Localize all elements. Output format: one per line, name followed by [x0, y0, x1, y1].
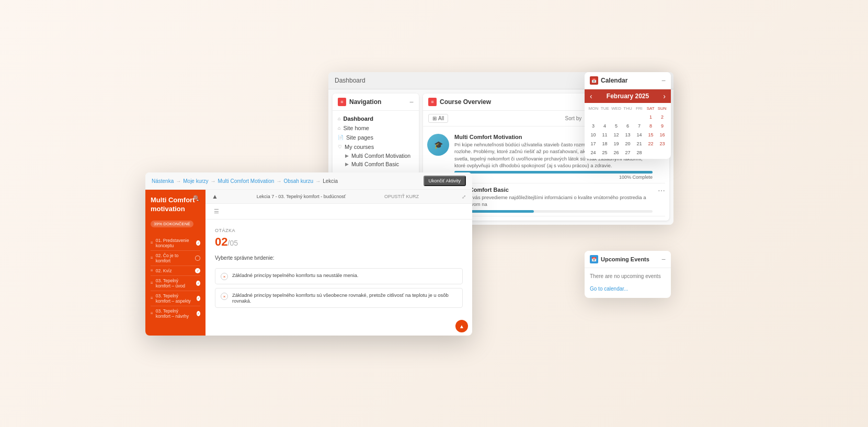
lesson-search-icon[interactable]: 🔍 [193, 195, 200, 202]
filter-all-button[interactable]: ⊞ All [428, 114, 448, 123]
cal-day-8[interactable]: 8 [645, 122, 656, 130]
nav-item-multi-comfort-motivation[interactable]: ▶ Multi Comfort Motivation [343, 152, 419, 160]
course-options-basic[interactable]: ⋯ [658, 187, 665, 213]
lesson-nav-check-1 [196, 240, 200, 246]
cal-day-5[interactable]: 5 [611, 122, 622, 130]
nav-item-site-home[interactable]: ⌂ Site home [333, 123, 419, 133]
breadcrumb-nastenka[interactable]: Nástenka [152, 178, 174, 184]
quiz-option-text-1: Základné princípy tepelného komfortu sa … [232, 272, 358, 278]
calendar-prev-button[interactable]: ‹ [590, 93, 592, 100]
cal-day-6[interactable]: 6 [622, 122, 633, 130]
lesson-nav-item-2[interactable]: ≡ 02. Čo je to komfort [151, 251, 200, 266]
breadcrumb-sep-4: → [315, 178, 321, 184]
cal-day-26[interactable]: 26 [611, 148, 622, 157]
upcoming-empty-message: There are no upcoming events [590, 273, 666, 279]
nav-item-dashboard[interactable]: ⌂ Dashboard [333, 114, 419, 123]
breadcrumb-sep-2: → [211, 178, 216, 184]
option-marker-2: × [221, 293, 228, 300]
cal-day-27[interactable]: 27 [622, 148, 633, 157]
course-overview-title: Course Overview [440, 98, 491, 106]
expand-icon[interactable]: ⤢ [462, 194, 466, 200]
cal-day-4[interactable]: 4 [599, 122, 610, 130]
scroll-up-button[interactable]: ▲ [455, 320, 468, 332]
nav-item-multi-comfort-basic[interactable]: ▶ Multi Comfort Basic [343, 160, 419, 168]
nav-item-site-pages[interactable]: 📄 Site pages [333, 133, 419, 142]
cal-day-9[interactable]: 9 [657, 122, 668, 130]
upcoming-events-title: Upcoming Events [601, 256, 649, 262]
cal-day-2[interactable]: 2 [657, 113, 668, 121]
course-info-basic: Multi Comfort Basic V kurze vás prevedie… [454, 187, 653, 213]
breadcrumb-sep-3: → [276, 178, 281, 184]
cal-day-15[interactable]: 15 [645, 131, 656, 139]
navigation-widget-header: ≡ Navigation − [333, 94, 419, 111]
lesson-nav-items: ≡ 01. Predstavenie konceptu ≡ 02. Čo je … [151, 236, 200, 321]
lesson-nav-item-5[interactable]: ≡ 03. Tepelný komfort – aspekty [151, 291, 200, 306]
cal-day-20[interactable]: 20 [622, 140, 633, 148]
cal-day-21[interactable]: 21 [634, 140, 645, 148]
calendar-grid: MON TUE WED THU FRI SAT SUN 1 2 3 4 5 [585, 103, 671, 159]
lesson-sidebar: 🔍 Multi Comfort - motivation 39% DOKONČE… [145, 190, 205, 336]
breadcrumb-motivation[interactable]: Multi Comfort Motivation [218, 178, 275, 184]
lesson-nav-item-4[interactable]: ≡ 03. Tepelný komfort – úvod [151, 276, 200, 291]
navigation-widget-icon: ≡ [338, 98, 346, 106]
hamburger-icon[interactable]: ☰ [210, 206, 223, 217]
cal-day-1[interactable]: 1 [645, 113, 656, 121]
lesson-quit-button[interactable]: OPUSTIŤ KURZ [384, 194, 419, 199]
lesson-nav-check-3 [195, 268, 200, 273]
breadcrumb-moje-kurzy[interactable]: Moje kurzy [183, 178, 208, 184]
cal-day-16[interactable]: 16 [657, 131, 668, 139]
course-progress-bar-motivation [454, 171, 653, 174]
cal-day-23[interactable]: 23 [657, 140, 668, 148]
calendar-month-label: February 2025 [607, 93, 649, 100]
cal-day-thu: THU [622, 105, 634, 112]
quiz-question: Vyberte správne tvrdenie: [215, 255, 463, 261]
cal-day-28[interactable]: 28 [634, 148, 645, 157]
lesson-nav-item-3[interactable]: ≡ 02. Kvíz [151, 266, 200, 276]
calendar-title: Calendar [601, 77, 627, 84]
breadcrumb-lekcia: Lekcia [323, 178, 338, 184]
cal-day-19[interactable]: 19 [611, 140, 622, 148]
go-to-calendar-link[interactable]: Go to calendar... [590, 286, 628, 292]
upcoming-minimize-button[interactable]: − [661, 255, 666, 263]
calendar-next-button[interactable]: › [663, 93, 666, 100]
lesson-nav-item-6[interactable]: ≡ 03. Tepelný komfort – návrhy [151, 306, 200, 321]
lesson-prev-arrow[interactable]: ▲ [212, 193, 218, 200]
cal-day-24[interactable]: 24 [588, 148, 599, 157]
course-desc-basic: V kurze vás prevedieme najdôležitejšími … [454, 194, 653, 208]
lesson-hamburger-bar: ☰ [205, 204, 472, 220]
cal-day-10[interactable]: 10 [588, 131, 599, 139]
lesson-nav-icon-2: ≡ [151, 256, 153, 260]
course-progress-bar-basic [454, 210, 653, 213]
cal-day-7[interactable]: 7 [634, 122, 645, 130]
cal-day-17[interactable]: 17 [588, 140, 599, 148]
lesson-nav-label-4: 03. Tepelný komfort – úvod [156, 278, 194, 288]
navigation-minimize-button[interactable]: − [409, 98, 414, 106]
nav-item-my-courses[interactable]: ♡ My courses [333, 142, 419, 152]
cal-day-13[interactable]: 13 [622, 131, 633, 139]
lesson-progress-badge: 39% DOKONČENÉ [151, 221, 193, 227]
lesson-quiz-area: Otázka 02/05 Vyberte správne tvrdenie: ×… [205, 220, 472, 320]
quiz-option-1[interactable]: × Základné princípy tepelného komfortu s… [215, 268, 463, 284]
dashboard-title: Dashboard [335, 77, 366, 84]
navigation-content: ⌂ Dashboard ⌂ Site home 📄 Site pages ♡ M… [333, 111, 419, 171]
breadcrumb-obsah[interactable]: Obsah kurzu [283, 178, 313, 184]
cal-day-25[interactable]: 25 [599, 148, 610, 157]
cal-day-22[interactable]: 22 [645, 140, 656, 148]
calendar-minimize-button[interactable]: − [661, 76, 666, 85]
course-name-basic[interactable]: Multi Comfort Basic [454, 187, 653, 193]
site-home-icon: ⌂ [338, 125, 340, 131]
lesson-main: ▲ Lekcia 7 - 03. Tepelný komfort - budúc… [205, 190, 472, 336]
lesson-nav-icon-6: ≡ [151, 311, 153, 316]
cal-day-wed: WED [611, 105, 622, 112]
quiz-option-text-2: Základné princípy tepelného komfortu sú … [232, 292, 457, 304]
sort-label: Sort by [565, 116, 582, 121]
cal-day-3[interactable]: 3 [588, 122, 599, 130]
cal-day-11[interactable]: 11 [599, 131, 610, 139]
cal-day-14[interactable]: 14 [634, 131, 645, 139]
lesson-nav-item-1[interactable]: ≡ 01. Predstavenie konceptu [151, 236, 200, 251]
cal-day-18[interactable]: 18 [599, 140, 610, 148]
finish-activities-button[interactable]: Ukončiť Aktivity [424, 176, 466, 186]
quiz-label: Otázka [215, 228, 463, 233]
cal-day-12[interactable]: 12 [611, 131, 622, 139]
quiz-option-2[interactable]: × Základné princípy tepelného komfortu s… [215, 288, 463, 308]
